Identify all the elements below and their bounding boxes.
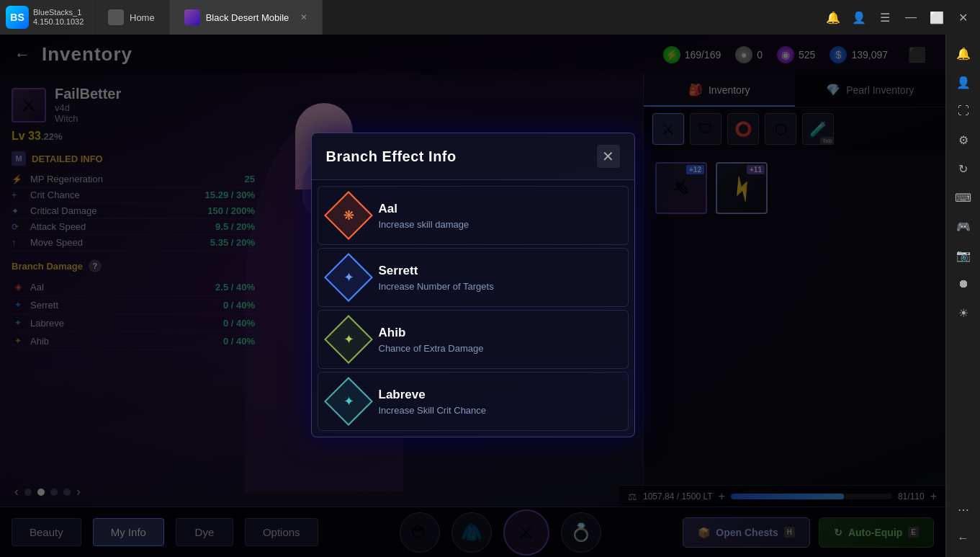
more-options-icon[interactable]: ⋯ bbox=[950, 496, 976, 522]
aal-name: Aal bbox=[379, 202, 616, 216]
ahib-name: Ahib bbox=[379, 326, 616, 340]
home-tab[interactable]: Home bbox=[94, 0, 170, 35]
brightness-icon[interactable]: ☀ bbox=[950, 300, 976, 326]
modal-overlay[interactable]: Branch Effect Info ✕ ❋ Aal Increase skil… bbox=[0, 35, 945, 557]
labreve-icon-wrap: ✦ bbox=[330, 383, 367, 420]
aal-icon-wrap: ❋ bbox=[330, 197, 367, 234]
ahib-inner-icon: ✦ bbox=[343, 331, 354, 347]
account-icon[interactable]: 👤 bbox=[848, 6, 871, 29]
close-tab-icon[interactable]: ✕ bbox=[300, 12, 307, 22]
aal-diamond-icon: ❋ bbox=[324, 191, 373, 240]
camera-icon[interactable]: 📷 bbox=[950, 242, 976, 268]
aal-effect-item[interactable]: ❋ Aal Increase skill damage bbox=[318, 186, 629, 245]
ahib-effect-info: Ahib Chance of Extra Damage bbox=[379, 326, 616, 354]
labreve-inner-icon: ✦ bbox=[343, 393, 354, 409]
minimize-icon[interactable]: — bbox=[899, 6, 922, 29]
aal-description: Increase skill damage bbox=[379, 219, 616, 230]
serrett-name: Serrett bbox=[379, 264, 616, 278]
serrett-inner-icon: ✦ bbox=[343, 269, 354, 285]
record-icon[interactable]: ⏺ bbox=[950, 271, 976, 297]
bluestacks-sidebar: 🔔 👤 ⛶ ⚙ ↻ ⌨ 🎮 📷 ⏺ ☀ ⋯ ← bbox=[945, 35, 980, 557]
ahib-diamond-icon: ✦ bbox=[324, 315, 373, 364]
home-tab-icon bbox=[108, 9, 124, 25]
bs-logo-icon: BS bbox=[6, 6, 29, 29]
labreve-name: Labreve bbox=[379, 388, 616, 402]
game-tab[interactable]: Black Desert Mobile ✕ bbox=[170, 0, 323, 35]
serrett-effect-item[interactable]: ✦ Serrett Increase Number of Targets bbox=[318, 248, 629, 307]
notification-icon[interactable]: 🔔 bbox=[822, 6, 845, 29]
serrett-description: Increase Number of Targets bbox=[379, 281, 616, 292]
serrett-icon-wrap: ✦ bbox=[330, 259, 367, 296]
serrett-effect-info: Serrett Increase Number of Targets bbox=[379, 264, 616, 292]
keyboard-icon[interactable]: ⌨ bbox=[950, 184, 976, 210]
ahib-effect-item[interactable]: ✦ Ahib Chance of Extra Damage bbox=[318, 310, 629, 369]
modal-title: Branch Effect Info bbox=[326, 148, 457, 165]
bluestacks-topbar: BS BlueStacks_1 4.150.10.1032 Home Black… bbox=[0, 0, 980, 35]
aal-effect-info: Aal Increase skill damage bbox=[379, 202, 616, 230]
fullscreen-icon[interactable]: ⛶ bbox=[950, 98, 976, 124]
back-nav-icon[interactable]: ← bbox=[950, 525, 976, 551]
serrett-diamond-icon: ✦ bbox=[324, 253, 373, 302]
game-area: ← Inventory ⚡ 169/169 ● 0 ◉ 525 $ 139,09… bbox=[0, 35, 945, 557]
modal-header: Branch Effect Info ✕ bbox=[312, 133, 634, 180]
labreve-diamond-icon: ✦ bbox=[324, 377, 373, 426]
rotate-icon[interactable]: ↻ bbox=[950, 156, 976, 182]
restore-icon[interactable]: ⬜ bbox=[925, 6, 948, 29]
modal-close-button[interactable]: ✕ bbox=[597, 145, 620, 168]
labreve-description: Increase Skill Crit Chance bbox=[379, 405, 616, 416]
aal-inner-icon: ❋ bbox=[343, 208, 354, 223]
labreve-effect-info: Labreve Increase Skill Crit Chance bbox=[379, 388, 616, 416]
close-window-icon[interactable]: ✕ bbox=[951, 6, 974, 29]
gamepad-icon[interactable]: 🎮 bbox=[950, 213, 976, 239]
bluestacks-logo: BS BlueStacks_1 4.150.10.1032 bbox=[0, 0, 94, 35]
ahib-icon-wrap: ✦ bbox=[330, 321, 367, 358]
settings-icon[interactable]: ⚙ bbox=[950, 127, 976, 153]
branch-effect-modal: Branch Effect Info ✕ ❋ Aal Increase skil… bbox=[311, 133, 635, 437]
menu-icon[interactable]: ☰ bbox=[873, 6, 896, 29]
volume-icon[interactable]: 🔔 bbox=[950, 40, 976, 66]
game-tab-icon bbox=[184, 9, 200, 25]
ahib-description: Chance of Extra Damage bbox=[379, 343, 616, 354]
modal-body: ❋ Aal Increase skill damage ✦ bbox=[312, 180, 634, 437]
topbar-right-controls: 🔔 👤 ☰ — ⬜ ✕ bbox=[822, 6, 980, 29]
account-side-icon[interactable]: 👤 bbox=[950, 69, 976, 95]
bs-logo-text: BlueStacks_1 4.150.10.1032 bbox=[33, 8, 84, 27]
labreve-effect-item[interactable]: ✦ Labreve Increase Skill Crit Chance bbox=[318, 372, 629, 431]
